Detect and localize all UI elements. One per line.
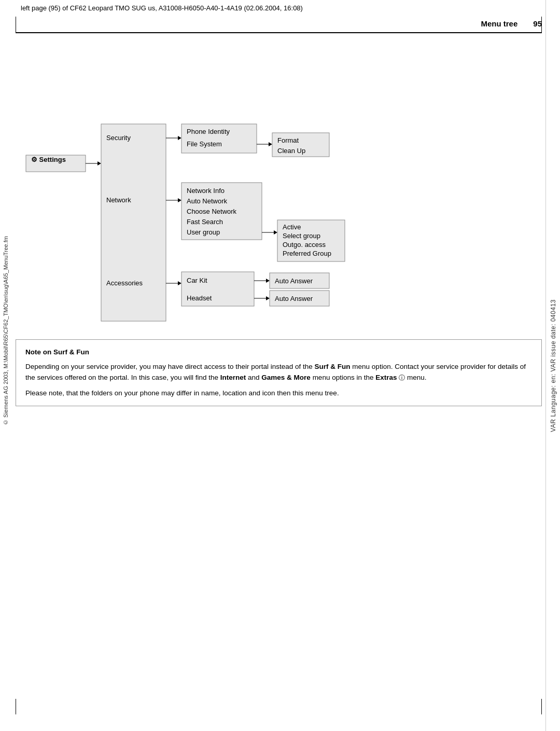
note-box: Note on Surf & Fun Depending on your ser… bbox=[16, 339, 542, 406]
svg-marker-39 bbox=[266, 279, 270, 283]
svg-text:Accessories: Accessories bbox=[106, 279, 143, 287]
note-games-more: Games & More bbox=[261, 374, 311, 381]
svg-text:Choose Network: Choose Network bbox=[187, 208, 237, 215]
header-text: left page (95) of CF62 Leopard TMO SUG u… bbox=[21, 4, 303, 12]
svg-text:Auto Answer: Auto Answer bbox=[275, 295, 313, 302]
note-internet: Internet bbox=[220, 374, 246, 381]
note-paragraph-2: Please note, that the folders on your ph… bbox=[25, 388, 532, 398]
info-icon: ⓘ bbox=[399, 374, 405, 381]
note-surf-fun: Surf & Fun bbox=[315, 363, 351, 370]
note-para1c: and bbox=[248, 374, 260, 381]
svg-text:Car Kit: Car Kit bbox=[187, 277, 207, 284]
svg-text:Network Info: Network Info bbox=[187, 187, 225, 195]
svg-text:Auto Answer: Auto Answer bbox=[275, 277, 313, 285]
svg-text:Headset: Headset bbox=[187, 294, 212, 302]
top-line-left bbox=[16, 17, 16, 32]
svg-text:Network: Network bbox=[106, 196, 131, 204]
svg-text:Auto Network: Auto Network bbox=[187, 197, 228, 205]
tree-svg: ⚙ Settings Security Network Accessories … bbox=[21, 44, 529, 324]
svg-text:⚙ Settings: ⚙ Settings bbox=[31, 156, 66, 163]
note-para1d: menu options in the bbox=[313, 374, 374, 381]
note-para1-text: Depending on your service provider, you … bbox=[25, 363, 313, 370]
svg-text:Active: Active bbox=[283, 223, 301, 231]
svg-marker-34 bbox=[178, 281, 181, 285]
svg-marker-9 bbox=[178, 136, 181, 140]
svg-text:User group: User group bbox=[187, 228, 220, 236]
menu-tree-title-row: Menu tree 95 bbox=[16, 14, 542, 33]
svg-text:Phone Identity: Phone Identity bbox=[187, 128, 230, 135]
svg-text:Security: Security bbox=[106, 134, 131, 142]
top-line-right bbox=[541, 17, 542, 32]
menu-tree-page-number: 95 bbox=[533, 19, 542, 28]
right-sidebar: VAR Language: en: VAR issue date: 040413 bbox=[545, 0, 560, 731]
left-sidebar-text: © Siemens AG 2003, M:\Mobil\R65\CF62_TMO… bbox=[3, 236, 9, 425]
svg-text:Preferred Group: Preferred Group bbox=[283, 250, 331, 257]
bottom-line-right bbox=[541, 699, 542, 714]
note-para1e: menu. bbox=[407, 374, 427, 381]
svg-marker-14 bbox=[269, 142, 272, 146]
svg-rect-4 bbox=[101, 124, 166, 321]
bottom-line-left bbox=[16, 699, 16, 714]
svg-marker-43 bbox=[266, 296, 270, 300]
svg-text:Fast Search: Fast Search bbox=[187, 218, 223, 226]
page-body: Menu tree 95 ⚙ Settings Security Network… bbox=[16, 14, 542, 406]
note-extras: Extras bbox=[375, 374, 397, 381]
note-paragraph-1: Depending on your service provider, you … bbox=[25, 362, 532, 383]
note-title: Note on Surf & Fun bbox=[25, 347, 532, 357]
right-sidebar-text: VAR Language: en: VAR issue date: 040413 bbox=[550, 299, 557, 432]
svg-text:Format: Format bbox=[277, 136, 299, 144]
svg-text:File System: File System bbox=[187, 140, 222, 148]
svg-text:Clean Up: Clean Up bbox=[277, 147, 305, 155]
menu-tree-diagram: ⚙ Settings Security Network Accessories … bbox=[21, 44, 537, 324]
svg-marker-19 bbox=[178, 198, 181, 202]
svg-text:Outgo. access: Outgo. access bbox=[283, 241, 326, 249]
svg-marker-3 bbox=[97, 161, 101, 165]
svg-marker-27 bbox=[274, 230, 277, 235]
left-sidebar: © Siemens AG 2003, M:\Mobil\R65\CF62_TMO… bbox=[0, 62, 11, 425]
menu-tree-label: Menu tree bbox=[481, 19, 517, 28]
svg-text:Select group: Select group bbox=[283, 232, 320, 240]
page-header: left page (95) of CF62 Leopard TMO SUG u… bbox=[0, 0, 560, 14]
